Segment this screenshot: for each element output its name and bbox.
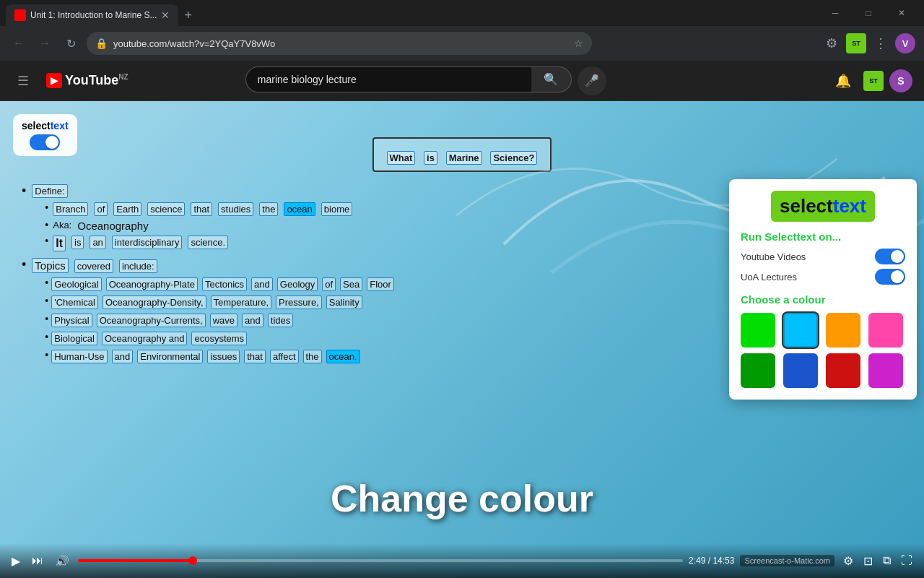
voice-search-button[interactable]: 🎤: [578, 66, 606, 95]
colour-swatch-cyan[interactable]: [783, 313, 818, 348]
w-wave: wave: [210, 314, 237, 327]
selecttext-yt-icon[interactable]: ST: [863, 71, 884, 91]
w-and1: and: [251, 277, 273, 291]
sub-chem: •: [45, 295, 48, 306]
time-display: 2:49 / 14:53: [689, 556, 734, 566]
overlay-logo: selecttext: [22, 120, 69, 131]
colour-swatch-red[interactable]: [826, 353, 860, 388]
youtube-toggle-row: Youtube Videos: [741, 249, 905, 264]
reload-button[interactable]: ↻: [61, 33, 81, 53]
word-define: Define:: [32, 184, 67, 198]
more-options-button[interactable]: ⋮: [869, 32, 892, 55]
word-topics: Topics: [32, 258, 69, 273]
word-that: that: [191, 202, 212, 216]
w-that: that: [244, 350, 266, 363]
w-temperature: Temperature,: [211, 296, 272, 309]
toggle-knob: [45, 136, 58, 149]
w-pressure: Pressure,: [276, 296, 322, 309]
tab-close-button[interactable]: ✕: [161, 9, 170, 21]
forward-button[interactable]: →: [35, 33, 55, 53]
uoa-toggle[interactable]: [875, 269, 905, 285]
volume-button[interactable]: 🔊: [52, 551, 72, 571]
w-and2: and: [242, 314, 263, 327]
url-icons: ☆: [574, 38, 583, 49]
w-biological: Biological: [51, 332, 97, 345]
minimize-button[interactable]: ─: [819, 0, 852, 26]
overlay-text-part: text: [51, 120, 69, 131]
overlay-toggle[interactable]: [30, 134, 60, 150]
sub-geo: •: [45, 277, 48, 288]
theatre-mode-button[interactable]: ⊡: [860, 551, 876, 571]
colour-swatch-blue[interactable]: [783, 353, 818, 388]
word-interdisciplinary: interdisciplinary: [112, 236, 183, 249]
youtube-toggle-knob: [891, 250, 904, 263]
w-environmental: Environmental: [137, 350, 203, 363]
word-of: of: [94, 202, 108, 216]
back-button[interactable]: ←: [9, 33, 29, 53]
active-tab[interactable]: Unit 1: Introduction to Marine S... ✕: [6, 4, 178, 26]
address-bar: ← → ↻ 🔒 youtube.com/watch?v=2YQaY7V8vWo …: [0, 26, 924, 61]
w-ocean2: ocean.: [326, 350, 360, 363]
colour-swatch-purple[interactable]: [868, 353, 903, 388]
w-and3: and: [112, 350, 134, 363]
star-icon[interactable]: ☆: [574, 38, 583, 49]
notifications-button[interactable]: 🔔: [829, 66, 858, 95]
url-bar[interactable]: 🔒 youtube.com/watch?v=2YQaY7V8vWo ☆: [87, 32, 592, 55]
colour-swatch-pink[interactable]: [868, 313, 903, 348]
word-studies: studies: [218, 202, 253, 216]
youtube-toggle[interactable]: [875, 249, 905, 264]
ext-icon-label: ST: [852, 40, 860, 47]
w-tectonics: Tectonics: [202, 277, 247, 291]
w-oceanography-and: Oceanography and: [102, 332, 188, 345]
aka-text: Aka:: [53, 220, 71, 230]
colour-swatch-orange[interactable]: [826, 313, 860, 348]
word-an: an: [90, 236, 105, 249]
youtube-logo[interactable]: ▶ YouTubeNZ: [46, 73, 128, 88]
profile-button[interactable]: V: [895, 33, 915, 53]
colour-swatch-dark-green[interactable]: [741, 353, 775, 388]
browser-frame: Unit 1: Introduction to Marine S... ✕ + …: [0, 0, 924, 578]
play-button[interactable]: ▶: [9, 551, 23, 571]
tab-title: Unit 1: Introduction to Marine S...: [30, 10, 157, 20]
search-input[interactable]: [245, 66, 531, 92]
video-controls: ▶ ⏭ 🔊 2:49 / 14:53 Screencast-o-Matic.co…: [0, 543, 924, 578]
progress-bar[interactable]: [78, 559, 683, 562]
yt-profile-button[interactable]: S: [889, 69, 912, 92]
skip-forward-button[interactable]: ⏭: [29, 551, 46, 570]
new-tab-button[interactable]: +: [178, 4, 198, 26]
w-tides: tides: [268, 314, 293, 327]
miniplayer-button[interactable]: ⧉: [880, 551, 894, 570]
extensions-button[interactable]: ⚙: [820, 32, 843, 55]
choose-colour-title: Choose a colour: [741, 293, 905, 306]
w-geology: Geology: [277, 277, 318, 291]
search-bar: 🔍 🎤: [245, 66, 606, 95]
word-include: include:: [119, 259, 157, 273]
toolbar-right: ⚙ ST ⋮ V: [820, 32, 915, 55]
word-biome: biome: [321, 202, 352, 216]
menu-button[interactable]: ☰: [12, 67, 35, 95]
w-ecosystems: ecosystems: [191, 332, 247, 345]
close-button[interactable]: ✕: [885, 0, 918, 26]
word-it: It: [53, 236, 66, 251]
w-physical: Physical: [51, 314, 92, 327]
run-title: Run Selecttext on...: [741, 230, 905, 243]
w-oceanography-plate: Oceanography-Plate: [106, 277, 198, 291]
sub-bullet-aka: •: [45, 219, 48, 230]
sub-human: •: [45, 349, 48, 361]
selecttext-extension-icon[interactable]: ST: [846, 33, 866, 53]
maximize-button[interactable]: □: [852, 0, 885, 26]
sub-bullet-it: •: [45, 235, 48, 246]
logo-text: selecttext: [780, 195, 866, 217]
word-is: is: [71, 236, 84, 249]
run-selecttext-section: Run Selecttext on... Youtube Videos UoA …: [741, 230, 905, 285]
settings-button[interactable]: ⚙: [840, 551, 856, 571]
url-text: youtube.com/watch?v=2YQaY7V8vWo: [113, 38, 568, 49]
fullscreen-button[interactable]: ⛶: [898, 551, 915, 570]
colour-swatch-bright-green[interactable]: [741, 313, 775, 348]
w-of: of: [322, 277, 336, 291]
word-the: the: [259, 202, 278, 216]
watermark: Screencast-o-Matic.com: [740, 555, 834, 566]
sub-phys: •: [45, 313, 48, 324]
search-button[interactable]: 🔍: [531, 66, 572, 92]
w-sea: Sea: [340, 277, 362, 291]
